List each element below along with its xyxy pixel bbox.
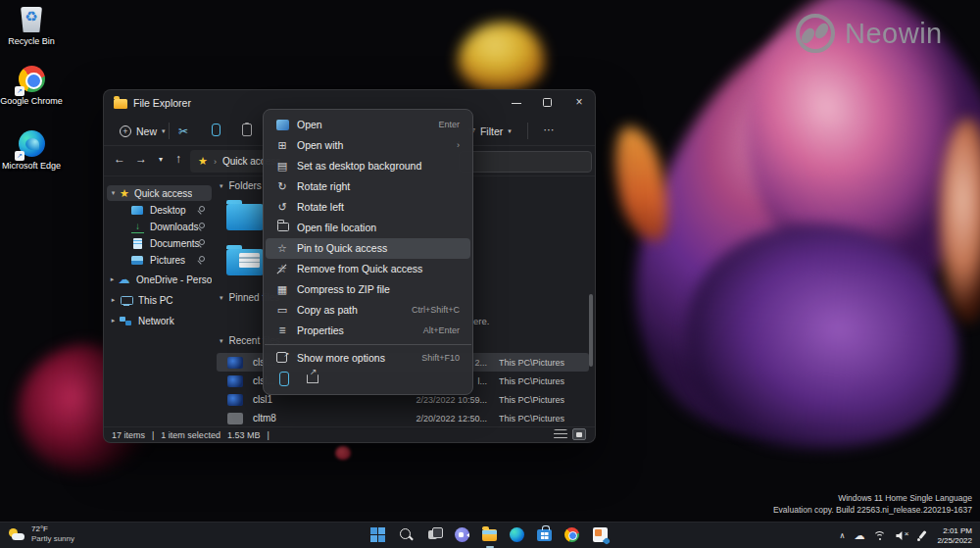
menu-item-rotate-right[interactable]: Rotate right — [266, 176, 470, 197]
task-view-button[interactable] — [423, 525, 447, 546]
chevron-down-icon: ▾ — [220, 337, 223, 345]
pin-star-icon — [274, 241, 290, 256]
search-input[interactable] — [459, 151, 592, 173]
menu-item-label: Rotate left — [297, 201, 344, 213]
onedrive-cloud-icon[interactable]: ☁ — [854, 529, 864, 542]
hidden-icons-chevron[interactable]: ∧ — [840, 531, 846, 540]
desktop-icon-recycle-bin[interactable]: ♻ Recycle Bin — [0, 5, 63, 46]
sidebar-item-this-pc[interactable]: ▸ This PC — [107, 292, 212, 308]
maximize-button[interactable] — [532, 90, 564, 116]
menu-item-open-file-location[interactable]: Open file location — [266, 218, 470, 238]
sidebar-item-label: Documents — [150, 238, 200, 249]
up-button[interactable]: ↑ — [171, 152, 186, 166]
new-button-label: New — [136, 125, 157, 137]
sidebar-item-label: Quick access — [134, 188, 192, 199]
generic-file-icon — [227, 413, 243, 424]
submenu-chevron-icon: › — [457, 140, 460, 150]
pin-icon — [197, 256, 205, 264]
item-count: 17 items — [112, 430, 145, 440]
chevron-right-icon: ▸ — [107, 275, 118, 283]
desktop-icon-label: Google Chrome — [0, 96, 63, 106]
menu-item-pin-to-quick-access[interactable]: Pin to Quick access — [266, 238, 470, 259]
clock[interactable]: 2:01 PM 2/25/2022 — [937, 526, 972, 546]
downloads-icon: ↓ — [131, 221, 144, 233]
desktop-icon-microsoft-edge[interactable]: ↗ Microsoft Edge — [0, 129, 63, 171]
minimize-button[interactable] — [501, 90, 532, 116]
search-icon — [399, 527, 414, 542]
watermark-line2: Evaluation copy. Build 22563.ni_release.… — [773, 504, 972, 516]
section-folders[interactable]: ▾ Folders — [220, 180, 262, 191]
copy-button[interactable] — [207, 122, 224, 139]
file-row[interactable]: cltm8 2/20/2022 12:50... This PC\Picture… — [217, 409, 589, 427]
menu-item-properties[interactable]: Properties Alt+Enter — [266, 321, 470, 341]
volume-muted-icon[interactable] — [896, 531, 908, 540]
sidebar-item-onedrive[interactable]: ▸ ☁ OneDrive - Personal — [107, 272, 212, 287]
pin-icon — [197, 223, 205, 230]
menu-item-rotate-left[interactable]: Rotate left — [266, 197, 470, 218]
forward-button[interactable]: → — [133, 152, 149, 166]
close-button[interactable]: × — [564, 90, 595, 116]
pin-icon — [197, 239, 205, 247]
sidebar-item-quick-access[interactable]: ▾ ★ Quick access — [107, 185, 212, 201]
menu-item-remove-from-quick-access[interactable]: Remove from Quick access — [266, 259, 470, 279]
microsoft-store-icon — [537, 529, 552, 541]
sidebar-item-label: Network — [138, 316, 174, 326]
sidebar-item-documents[interactable]: Documents — [107, 235, 212, 251]
sidebar-item-desktop[interactable]: Desktop — [107, 202, 212, 218]
snipping-tool-button[interactable] — [589, 525, 612, 546]
menu-item-open[interactable]: Open Enter — [266, 115, 470, 135]
pictures-icon — [131, 254, 144, 267]
start-button[interactable] — [367, 525, 390, 546]
edge-icon: ↗ — [17, 129, 46, 159]
edge-icon — [510, 527, 524, 542]
recent-locations-chevron[interactable]: ▾ — [153, 155, 169, 164]
wifi-icon[interactable] — [873, 530, 887, 541]
watermark-line1: Windows 11 Home Single Language — [773, 492, 972, 504]
minimize-icon — [512, 103, 521, 104]
menu-item-copy-as-path[interactable]: Copy as path Ctrl+Shift+C — [266, 300, 470, 321]
share-icon[interactable] — [307, 374, 318, 383]
menu-item-label: Rotate right — [297, 180, 350, 192]
see-more-button[interactable]: ⋯ — [538, 121, 560, 141]
new-button[interactable]: + New ▾ — [112, 121, 173, 141]
menu-item-label: Show more options — [297, 352, 385, 364]
store-button[interactable] — [533, 525, 557, 546]
edge-button[interactable] — [506, 525, 529, 546]
chevron-down-icon: ▾ — [220, 182, 223, 190]
image-file-icon — [227, 394, 243, 406]
copy-icon[interactable] — [279, 372, 289, 386]
shortcut-arrow-icon: ↗ — [15, 151, 24, 161]
chrome-button[interactable] — [561, 525, 584, 546]
status-divider: | — [267, 430, 269, 440]
window-title: File Explorer — [133, 97, 191, 109]
vertical-scrollbar[interactable] — [589, 294, 593, 367]
file-date: 2/20/2022 12:50... — [415, 414, 487, 423]
paste-button[interactable] — [238, 122, 256, 139]
task-view-icon — [427, 527, 442, 542]
menu-item-compress-to-zip[interactable]: Compress to ZIP file — [266, 279, 470, 300]
pen-input-icon[interactable] — [917, 530, 928, 541]
chevron-right-icon: ▸ — [107, 317, 120, 324]
zip-icon — [274, 282, 290, 297]
folder-tile-documents[interactable] — [226, 249, 264, 275]
menu-item-show-more-options[interactable]: Show more options Shift+F10 — [266, 348, 470, 369]
sidebar-item-pictures[interactable]: Pictures — [107, 252, 212, 268]
sidebar-item-network[interactable]: ▸ Network — [107, 313, 212, 328]
menu-item-set-as-desktop-background[interactable]: Set as desktop background — [266, 156, 470, 176]
shortcut-arrow-icon: ↗ — [15, 86, 24, 96]
cut-button[interactable]: ✂ — [174, 122, 192, 139]
back-button[interactable]: ← — [112, 152, 127, 166]
menu-item-open-with[interactable]: Open with › — [266, 135, 470, 156]
sidebar-item-downloads[interactable]: ↓ Downloads — [107, 219, 212, 234]
file-explorer-button[interactable] — [478, 525, 502, 546]
search-button[interactable] — [395, 525, 418, 546]
chrome-icon: ↗ — [17, 65, 46, 94]
desktop-icon-google-chrome[interactable]: ↗ Google Chrome — [0, 65, 63, 106]
chat-button[interactable] — [451, 525, 474, 546]
weather-widget[interactable]: 72°F Partly sunny — [8, 524, 74, 544]
details-view-button[interactable] — [554, 429, 567, 439]
toolbar-divider — [169, 123, 170, 139]
large-icons-view-button[interactable] — [572, 428, 586, 440]
system-tray: ∧ ☁ 2:01 PM 2/25/2022 — [840, 523, 980, 548]
folder-tile[interactable] — [226, 204, 264, 230]
